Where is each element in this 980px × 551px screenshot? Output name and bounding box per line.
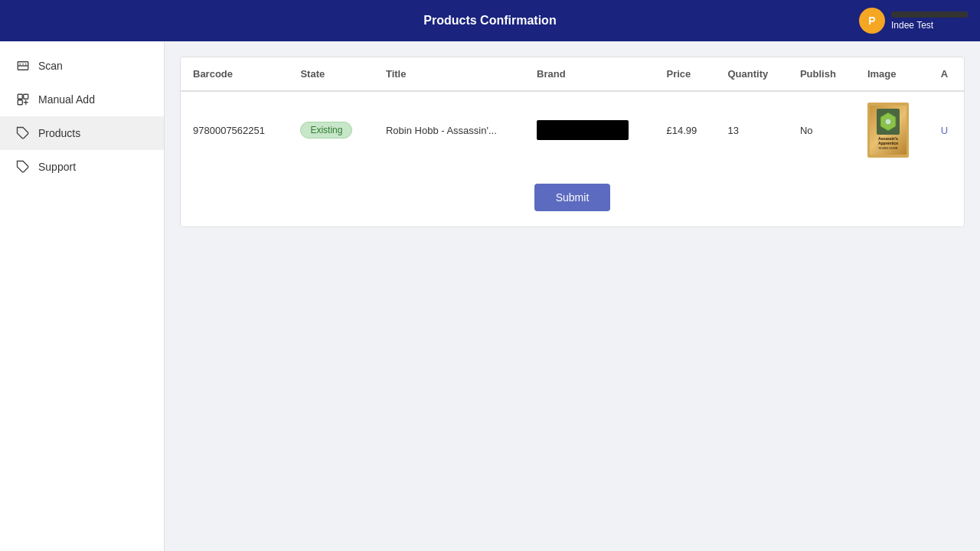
sidebar-item-support-label: Support [38,161,76,173]
cell-barcode: 9780007562251 [181,91,288,168]
submit-button[interactable]: Submit [534,184,611,211]
sidebar-item-manual-add-label: Manual Add [38,93,95,106]
main-content: Barcode State Title Brand Price Quantity… [165,41,980,551]
cell-price: £14.99 [655,91,716,168]
user-area: P Indee Test [859,8,968,34]
support-icon [15,159,31,174]
user-name: Indee Test [891,20,933,31]
sidebar-item-support[interactable]: Support [0,150,164,184]
col-price: Price [655,57,716,91]
book-cover: Assassin'sApprentice ROBIN HOBB [867,103,909,158]
products-icon [15,126,31,141]
user-info: Indee Test [891,11,968,31]
book-title-text: Assassin'sApprentice [878,136,898,145]
manual-add-icon [15,92,31,107]
sidebar-item-scan[interactable]: Scan [0,49,164,83]
col-publish: Publish [788,57,855,91]
book-emblem [877,109,900,135]
svg-rect-6 [24,94,28,99]
col-state: State [288,57,374,91]
cell-action[interactable]: U [929,91,964,168]
table-card: Barcode State Title Brand Price Quantity… [180,57,965,227]
brand-bar [537,120,629,140]
col-action: A [929,57,964,91]
action-link[interactable]: U [941,125,948,136]
products-table: Barcode State Title Brand Price Quantity… [181,57,964,168]
scan-icon [15,58,31,73]
cell-publish: No [788,91,855,168]
cell-quantity: 13 [715,91,787,168]
state-badge: Existing [300,122,352,139]
col-image: Image [855,57,929,91]
cell-image: Assassin'sApprentice ROBIN HOBB [855,91,929,168]
page-title: Products Confirmation [423,14,556,28]
sidebar: Scan Manual Add Products [0,41,165,551]
col-brand: Brand [524,57,654,91]
book-cover-art: Assassin'sApprentice ROBIN HOBB [870,106,906,155]
table-header-row: Barcode State Title Brand Price Quantity… [181,57,964,91]
cell-title: Robin Hobb - Assassin'... [374,91,524,168]
avatar: P [859,8,885,34]
book-author-text: ROBIN HOBB [878,146,897,150]
svg-rect-5 [18,94,22,99]
svg-point-12 [885,119,891,125]
sidebar-item-scan-label: Scan [38,60,63,72]
submit-area: Submit [181,168,964,227]
col-title: Title [374,57,524,91]
col-quantity: Quantity [715,57,787,91]
svg-rect-7 [18,100,22,105]
cell-state: Existing [288,91,374,168]
user-name-bar [891,11,968,18]
cell-brand [524,91,654,168]
header: Products Confirmation P Indee Test [0,0,980,41]
col-barcode: Barcode [181,57,288,91]
sidebar-item-manual-add[interactable]: Manual Add [0,83,164,116]
sidebar-item-products-label: Products [38,127,80,139]
layout: Scan Manual Add Products [0,41,980,551]
sidebar-item-products[interactable]: Products [0,116,164,150]
table-row: 9780007562251 Existing Robin Hobb - Assa… [181,91,964,168]
